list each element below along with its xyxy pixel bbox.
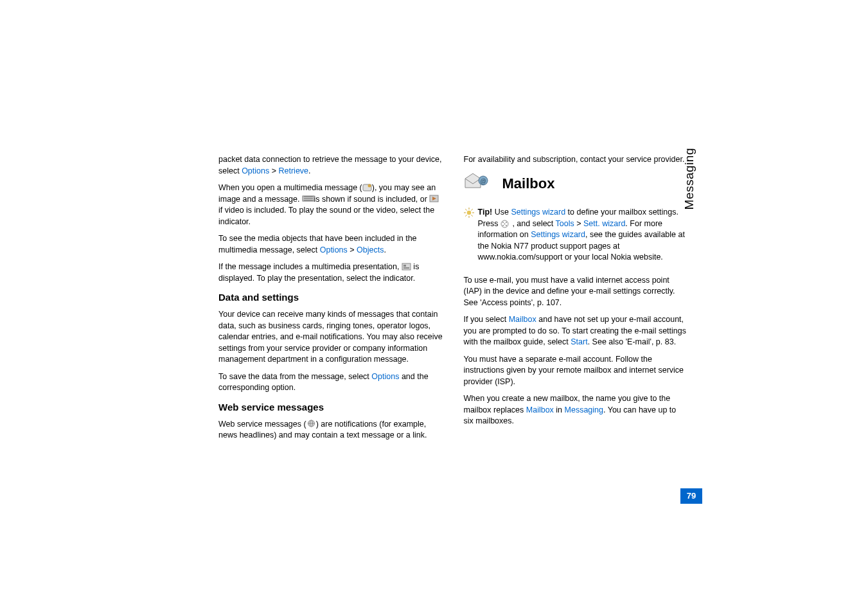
link-start: Start <box>571 337 587 346</box>
left-column: packet data connection to retrieve the m… <box>218 154 443 447</box>
link-settings-wizard: Settings wizard <box>531 230 585 239</box>
link-retrieve: Retrieve <box>278 166 308 175</box>
svg-point-30 <box>504 223 505 224</box>
paragraph: For availability and subscription, conta… <box>464 154 689 166</box>
tip-icon <box>464 208 474 222</box>
paragraph: Your device can receive many kinds of me… <box>218 309 443 366</box>
paragraph: To see the media objects that have been … <box>218 233 443 256</box>
link-tools: Tools <box>556 219 574 228</box>
document-page: Messaging 79 packet data connection to r… <box>0 0 868 613</box>
presentation-indicator-icon <box>402 263 411 271</box>
sound-indicator-icon <box>302 195 312 202</box>
mailbox-icon: @ <box>464 172 490 196</box>
paragraph: You must have a separate e-mail account.… <box>464 354 689 388</box>
heading-data-settings: Data and settings <box>218 290 443 304</box>
paragraph: To save the data from the message, selec… <box>218 371 443 394</box>
web-service-icon <box>306 420 316 427</box>
link-mailbox: Mailbox <box>526 405 554 414</box>
heading-web-service: Web service messages <box>218 400 443 414</box>
link-settings-wizard: Settings wizard <box>511 208 565 217</box>
svg-rect-9 <box>403 265 406 267</box>
svg-point-1 <box>368 184 371 187</box>
paragraph: packet data connection to retrieve the m… <box>218 154 443 177</box>
paragraph: To use e-mail, you must have a valid int… <box>464 275 689 309</box>
link-options: Options <box>320 245 348 254</box>
link-mailbox: Mailbox <box>509 315 536 324</box>
svg-point-24 <box>466 211 471 215</box>
tip-text: Tip! Use Settings wizard to define your … <box>478 207 689 263</box>
tip-block: Tip! Use Settings wizard to define your … <box>464 207 689 269</box>
svg-rect-10 <box>403 267 409 269</box>
link-options: Options <box>242 166 269 175</box>
svg-line-23 <box>471 209 472 211</box>
paragraph: When you create a new mailbox, the name … <box>464 393 689 427</box>
right-column: For availability and subscription, conta… <box>464 154 689 447</box>
heading-mailbox: @ Mailbox <box>464 172 689 196</box>
menu-key-icon <box>500 220 510 227</box>
link-options: Options <box>371 372 399 381</box>
svg-point-27 <box>506 222 507 223</box>
svg-point-29 <box>506 225 507 226</box>
svg-line-20 <box>465 209 466 211</box>
svg-line-21 <box>471 215 472 217</box>
video-indicator-icon <box>429 195 439 202</box>
page-number: 79 <box>680 488 702 504</box>
section-tab: Messaging <box>681 148 698 209</box>
link-sett-wizard: Sett. wizard <box>583 219 625 228</box>
paragraph: When you open a multimedia message (), y… <box>218 182 443 227</box>
link-objects: Objects <box>357 245 384 254</box>
content-columns: packet data connection to retrieve the m… <box>218 154 688 447</box>
svg-line-22 <box>465 215 466 217</box>
svg-point-28 <box>502 225 504 226</box>
paragraph: If the message includes a multimedia pre… <box>218 262 443 284</box>
svg-text:@: @ <box>480 178 486 184</box>
link-messaging: Messaging <box>565 405 603 414</box>
multimedia-message-icon <box>362 184 372 191</box>
svg-point-26 <box>502 222 504 223</box>
paragraph: If you select Mailbox and have not set u… <box>464 314 689 348</box>
svg-rect-8 <box>402 263 411 270</box>
paragraph: Web service messages () are notification… <box>218 419 443 441</box>
